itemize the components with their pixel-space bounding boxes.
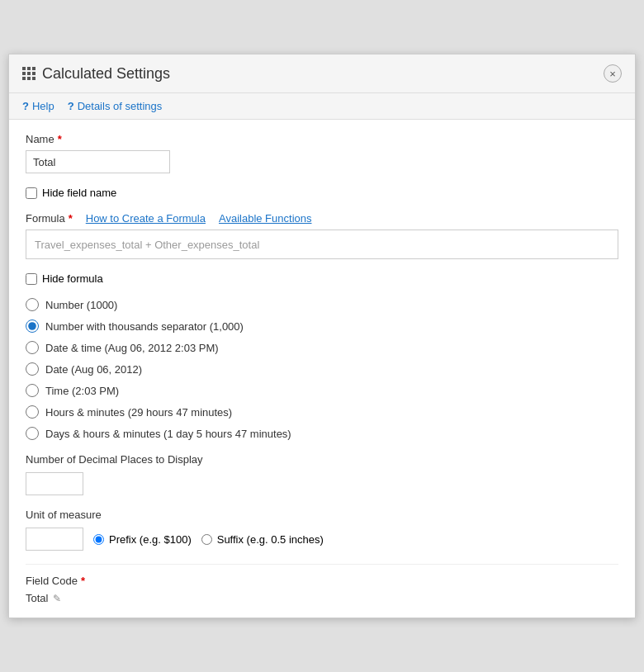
- help-link[interactable]: ? Help: [22, 100, 54, 112]
- formula-input[interactable]: [26, 230, 618, 259]
- radio-thousands-label[interactable]: Number with thousands separator (1,000): [45, 320, 244, 333]
- radio-row-thousands: Number with thousands separator (1,000): [26, 319, 618, 333]
- name-label: Name *: [26, 133, 618, 145]
- radio-datetime[interactable]: [26, 341, 39, 354]
- formula-required-star: *: [69, 212, 73, 225]
- help-icon: ?: [22, 100, 29, 112]
- hide-formula-label[interactable]: Hide formula: [42, 272, 103, 285]
- unit-input[interactable]: [26, 528, 83, 551]
- available-functions-link[interactable]: Available Functions: [219, 212, 312, 225]
- dialog-header: Calculated Settings ×: [9, 54, 635, 93]
- radio-row-hours-minutes: Hours & minutes (29 hours 47 minutes): [26, 405, 618, 419]
- prefix-label[interactable]: Prefix (e.g. $100): [109, 533, 192, 546]
- radio-date-label[interactable]: Date (Aug 06, 2012): [45, 363, 142, 376]
- radio-date[interactable]: [26, 362, 39, 376]
- radio-number-label[interactable]: Number (1000): [45, 299, 117, 311]
- details-label: Details of settings: [78, 100, 163, 112]
- name-required-star: *: [58, 133, 62, 145]
- radio-number[interactable]: [26, 298, 39, 311]
- radio-row-datetime: Date & time (Aug 06, 2012 2:03 PM): [26, 341, 618, 354]
- formula-label: Formula *: [26, 212, 73, 225]
- decimal-places-group: Number of Decimal Places to Display: [26, 453, 618, 495]
- hide-formula-row: Hide formula: [26, 272, 618, 285]
- name-field-group: Name *: [26, 133, 618, 173]
- radio-time[interactable]: [26, 384, 39, 397]
- edit-icon[interactable]: ✎: [53, 593, 61, 604]
- dialog-title: Calculated Settings: [22, 65, 170, 83]
- suffix-radio-row: Suffix (e.g. 0.5 inches): [201, 533, 324, 546]
- prefix-radio[interactable]: [93, 534, 104, 545]
- radio-days-hours[interactable]: [26, 427, 39, 440]
- radio-time-label[interactable]: Time (2:03 PM): [45, 385, 119, 397]
- radio-datetime-label[interactable]: Date & time (Aug 06, 2012 2:03 PM): [45, 342, 219, 354]
- radio-days-hours-label[interactable]: Days & hours & minutes (1 day 5 hours 47…: [45, 428, 291, 440]
- decimal-places-label: Number of Decimal Places to Display: [26, 453, 618, 466]
- form-content: Name * Hide field name Formula * How to …: [9, 120, 635, 618]
- field-code-required-star: *: [81, 575, 85, 587]
- radio-hours-minutes[interactable]: [26, 405, 39, 419]
- hide-field-name-checkbox[interactable]: [26, 187, 37, 199]
- radio-row-time: Time (2:03 PM): [26, 384, 618, 397]
- unit-row: Prefix (e.g. $100) Suffix (e.g. 0.5 inch…: [26, 528, 618, 551]
- field-code-value: Total: [26, 592, 48, 604]
- formula-field-group: Formula * How to Create a Formula Availa…: [26, 212, 618, 259]
- help-label: Help: [32, 100, 54, 112]
- radio-row-date: Date (Aug 06, 2012): [26, 362, 618, 376]
- field-code-label: Field Code *: [26, 575, 618, 587]
- how-to-link[interactable]: How to Create a Formula: [86, 212, 206, 225]
- radio-thousands[interactable]: [26, 319, 39, 333]
- name-input[interactable]: [26, 150, 170, 173]
- toolbar: ? Help ? Details of settings: [9, 93, 635, 120]
- radio-row-days-hours: Days & hours & minutes (1 day 5 hours 47…: [26, 427, 618, 440]
- close-button[interactable]: ×: [604, 64, 622, 83]
- unit-of-measure-group: Unit of measure Prefix (e.g. $100) Suffi…: [26, 509, 618, 551]
- suffix-radio[interactable]: [201, 534, 212, 545]
- field-code-section: Field Code * Total ✎: [26, 564, 618, 604]
- suffix-label[interactable]: Suffix (e.g. 0.5 inches): [217, 533, 324, 546]
- details-link[interactable]: ? Details of settings: [68, 100, 163, 112]
- decimal-places-input[interactable]: [26, 472, 83, 495]
- radio-row-number: Number (1000): [26, 298, 618, 311]
- hide-field-name-label[interactable]: Hide field name: [42, 187, 116, 199]
- format-radio-group: Number (1000) Number with thousands sepa…: [26, 298, 618, 440]
- field-code-value-row: Total ✎: [26, 592, 618, 604]
- hide-field-name-row: Hide field name: [26, 187, 618, 199]
- formula-header: Formula * How to Create a Formula Availa…: [26, 212, 618, 225]
- calculated-settings-dialog: Calculated Settings × ? Help ? Details o…: [8, 54, 636, 618]
- radio-hours-minutes-label[interactable]: Hours & minutes (29 hours 47 minutes): [45, 406, 232, 419]
- grid-icon: [22, 67, 36, 80]
- title-text: Calculated Settings: [42, 65, 170, 83]
- prefix-radio-row: Prefix (e.g. $100): [93, 533, 192, 546]
- hide-formula-checkbox[interactable]: [26, 273, 37, 285]
- details-help-icon: ?: [68, 100, 74, 112]
- unit-of-measure-label: Unit of measure: [26, 509, 618, 521]
